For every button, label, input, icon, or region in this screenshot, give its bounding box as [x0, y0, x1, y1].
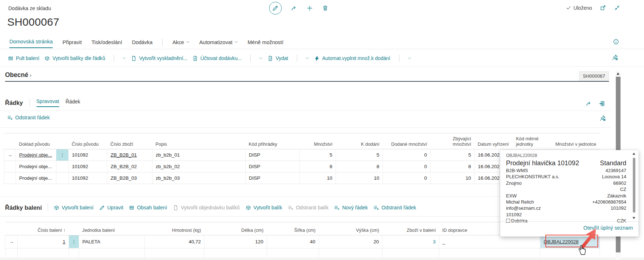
lines-menu-line[interactable]: Řádek: [66, 99, 80, 107]
general-section-header[interactable]: Obecné›: [5, 71, 31, 79]
share-button[interactable]: [291, 5, 297, 11]
column-header[interactable]: Zboží v balení: [382, 222, 439, 235]
column-header[interactable]: Kód měrné jednotky: [513, 133, 545, 149]
cell[interactable]: 40,72: [145, 235, 204, 248]
source-document-cell[interactable]: Prodejní obje...: [16, 149, 56, 161]
cell[interactable]: 20: [319, 235, 382, 248]
column-header[interactable]: K dodání: [336, 133, 383, 149]
column-header[interactable]: Popis: [152, 133, 246, 149]
cell[interactable]: DISP: [246, 161, 300, 172]
column-header[interactable]: Šířka (cm): [267, 222, 319, 235]
column-header[interactable]: Množství: [300, 133, 336, 149]
create-packing-button[interactable]: Vytvořit balení: [54, 205, 94, 210]
item-no-cell[interactable]: ZB_B2B_03: [107, 172, 152, 184]
package-no-cell[interactable]: 1: [18, 235, 69, 248]
pin-button[interactable]: [612, 54, 618, 60]
cell[interactable]: 120: [204, 235, 267, 248]
items-in-package-link[interactable]: 3: [382, 235, 439, 248]
row-options-button[interactable]: ⋮: [56, 149, 69, 161]
lines-menu-manage[interactable]: Spravovat: [36, 98, 59, 107]
cell[interactable]: 5: [336, 149, 383, 161]
cell[interactable]: PALETA: [79, 235, 145, 248]
source-document-cell[interactable]: Prodejní obje...: [16, 161, 56, 172]
info-button[interactable]: [613, 39, 619, 45]
cell[interactable]: [319, 248, 382, 258]
cell[interactable]: 101092: [69, 161, 107, 172]
cell[interactable]: zb_b2b_03: [152, 172, 246, 184]
tab-fewer-options[interactable]: Méně možností: [248, 39, 284, 48]
column-header[interactable]: Jednotka balení: [79, 222, 145, 235]
item-no-cell[interactable]: ZB_B2B_02: [107, 161, 152, 172]
cell[interactable]: 101092: [69, 149, 107, 161]
collapse-button[interactable]: [614, 5, 620, 11]
cell[interactable]: 8: [431, 161, 475, 172]
cell[interactable]: DISP: [246, 149, 300, 161]
column-header[interactable]: Množství v jednotce: [545, 133, 600, 149]
new-row-button[interactable]: Nový řádek: [334, 205, 368, 210]
column-header[interactable]: Datum vyřízení: [475, 133, 513, 149]
tab-actions[interactable]: Akce: [172, 39, 189, 48]
add-button[interactable]: [307, 5, 313, 11]
column-header[interactable]: Číslo zboží: [107, 133, 152, 149]
create-pick-button[interactable]: Vytvořit vyskladnění...: [131, 56, 187, 61]
cell[interactable]: 10: [336, 172, 383, 184]
release-button[interactable]: Vydat: [268, 56, 288, 61]
popup-scrollbar[interactable]: [632, 152, 636, 220]
create-parcel-button[interactable]: Vytvořit balík: [246, 205, 282, 210]
cell[interactable]: 5: [300, 149, 336, 161]
scroll-up-arrow[interactable]: [632, 153, 635, 155]
tab-automate[interactable]: Automatizovat: [199, 39, 238, 48]
cell[interactable]: zb_b2b_02: [152, 161, 246, 172]
cell[interactable]: DISP: [246, 172, 300, 184]
cell[interactable]: 10: [300, 172, 336, 184]
column-header[interactable]: Číslo balení ↑: [18, 222, 69, 235]
chevron-down-icon[interactable]: [408, 56, 411, 60]
column-header[interactable]: Dodané množství: [383, 133, 431, 149]
column-header[interactable]: Doklad původu: [16, 133, 56, 149]
tab-shipment[interactable]: Dodávka: [132, 39, 152, 48]
chevron-down-icon[interactable]: [306, 56, 309, 60]
tab-print-send[interactable]: Tisk/odeslání: [91, 39, 122, 48]
autofill-qty-to-ship-button[interactable]: Automat.vyplnit množ.k dodání: [314, 56, 390, 61]
package-content-button[interactable]: Obsah balení: [129, 205, 167, 210]
cell[interactable]: 5: [431, 149, 475, 161]
cell[interactable]: [79, 248, 145, 258]
cell[interactable]: [267, 248, 319, 258]
column-header[interactable]: Délka (cm): [204, 222, 267, 235]
column-header[interactable]: Hmotnost (kg): [145, 222, 204, 235]
cell[interactable]: [18, 248, 69, 258]
pin-button[interactable]: [600, 115, 606, 121]
cell[interactable]: 8: [300, 161, 336, 172]
create-packages-by-lines-button[interactable]: Vytvořit balíky dle řádků: [44, 56, 105, 61]
edit-button[interactable]: [269, 2, 282, 14]
cell[interactable]: zb_b2b_01: [152, 149, 246, 161]
column-header[interactable]: Číslo původu: [69, 133, 107, 149]
cell[interactable]: 0: [383, 172, 431, 184]
scroll-up-arrow[interactable]: [617, 72, 619, 75]
cell[interactable]: 10: [431, 172, 475, 184]
row-options-button[interactable]: ⋮: [69, 235, 79, 248]
item-no-cell[interactable]: ZB_B2B_01: [107, 149, 152, 161]
post-shipment-button[interactable]: Účtovat dodávku...: [193, 56, 242, 61]
cell[interactable]: [540, 248, 600, 258]
source-document-cell[interactable]: Prodejní obje...: [16, 172, 56, 184]
tab-home[interactable]: Domovská stránka: [9, 39, 53, 48]
delete-row-button[interactable]: Odstranit řádek: [373, 205, 416, 210]
cell[interactable]: [382, 248, 439, 258]
carrier-id-cell[interactable]: _: [439, 235, 540, 248]
cell[interactable]: 8: [336, 161, 383, 172]
cell[interactable]: [145, 248, 204, 258]
scrollbar-thumb[interactable]: [633, 158, 635, 213]
checkbox-icon[interactable]: [506, 219, 510, 223]
open-in-excel-button[interactable]: [599, 101, 605, 107]
cell[interactable]: [204, 248, 267, 258]
cell[interactable]: [439, 248, 540, 258]
cell[interactable]: 0: [383, 161, 431, 172]
chevron-down-icon[interactable]: [122, 56, 126, 60]
column-header[interactable]: Kód přihrádky: [246, 133, 300, 149]
scroll-down-arrow[interactable]: [632, 217, 635, 219]
packing-desk-button[interactable]: Pult balení: [8, 56, 39, 61]
tab-prepare[interactable]: Připravit: [62, 39, 82, 48]
delete-button[interactable]: [322, 5, 328, 11]
cell[interactable]: 0: [383, 149, 431, 161]
